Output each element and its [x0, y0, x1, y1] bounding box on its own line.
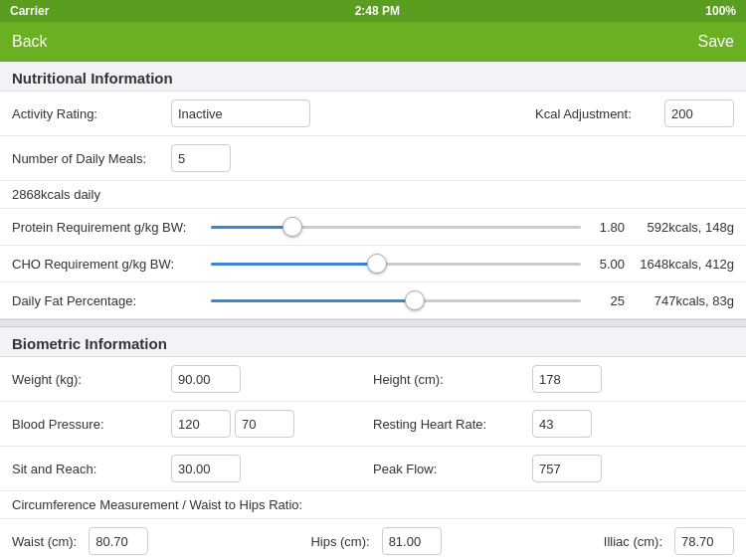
bp-label: Blood Pressure:: [12, 417, 171, 432]
waist-hips-illiac-row: Waist (cm): Hips (cm): Illiac (cm):: [0, 519, 746, 560]
back-button[interactable]: Back: [12, 33, 48, 51]
illiac-label: Illiac (cm):: [604, 534, 662, 549]
activity-label: Activity Rating:: [12, 106, 171, 121]
save-button[interactable]: Save: [698, 33, 734, 51]
protein-kcal: 592kcals, 148g: [625, 220, 734, 235]
sit-label: Sit and Reach:: [12, 462, 171, 476]
activity-rating-row: Activity Rating: Kcal Adjustment:: [0, 92, 746, 136]
cho-kcal: 1648kcals, 412g: [625, 257, 734, 272]
hips-label: Hips (cm):: [310, 534, 369, 549]
peak-input[interactable]: [532, 455, 602, 482]
sit-input[interactable]: [171, 455, 241, 482]
fat-slider-row: Daily Fat Percentage: 25 747kcals, 83g: [0, 282, 746, 319]
hr-label: Resting Heart Rate:: [373, 417, 532, 432]
daily-kcals-text: 2868kcals daily: [0, 181, 746, 209]
bp-input1[interactable]: [171, 410, 231, 438]
sit-peak-row: Sit and Reach: Peak Flow:: [0, 447, 746, 491]
cho-slider-row: CHO Requirement g/kg BW: 5.00 1648kcals,…: [0, 246, 746, 282]
fat-label: Daily Fat Percentage:: [12, 293, 211, 308]
time-text: 2:48 PM: [355, 4, 400, 18]
biometric-section-header: Biometric Information: [0, 327, 746, 357]
height-input[interactable]: [532, 365, 602, 393]
illiac-input[interactable]: [674, 527, 734, 555]
status-bar: Carrier 2:48 PM 100%: [0, 0, 746, 22]
cho-label: CHO Requirement g/kg BW:: [12, 257, 211, 272]
hips-input[interactable]: [382, 527, 442, 555]
waist-input[interactable]: [89, 527, 148, 555]
biometric-divider: [0, 319, 746, 327]
nutritional-section-header: Nutritional Information: [0, 62, 746, 92]
daily-meals-row: Number of Daily Meals:: [0, 136, 746, 181]
fat-kcal: 747kcals, 83g: [625, 293, 734, 308]
weight-height-row: Weight (kg): Height (cm):: [0, 357, 746, 402]
daily-meals-label: Number of Daily Meals:: [12, 151, 171, 166]
battery-text: 100%: [705, 4, 736, 18]
carrier-text: Carrier: [10, 4, 49, 18]
bp-hr-row: Blood Pressure: Resting Heart Rate:: [0, 402, 746, 447]
fat-value: 25: [589, 293, 625, 308]
nav-bar: Back Save: [0, 22, 746, 62]
cho-slider[interactable]: [211, 254, 581, 274]
activity-input[interactable]: [171, 99, 310, 127]
protein-slider-row: Protein Requirement g/kg BW: 1.80 592kca…: [0, 209, 746, 246]
hr-input[interactable]: [532, 410, 592, 438]
bp-input2[interactable]: [235, 410, 294, 438]
kcal-adj-label: Kcal Adjustment:: [535, 106, 664, 121]
waist-label: Waist (cm):: [12, 534, 77, 549]
kcal-adj-input[interactable]: [664, 99, 734, 127]
cho-value: 5.00: [589, 257, 625, 272]
protein-value: 1.80: [589, 220, 625, 235]
protein-slider[interactable]: [211, 217, 581, 237]
protein-label: Protein Requirement g/kg BW:: [12, 220, 211, 235]
daily-meals-input[interactable]: [171, 144, 231, 172]
peak-label: Peak Flow:: [373, 462, 532, 476]
circum-label: Circumference Measurement / Waist to Hip…: [0, 491, 746, 519]
height-label: Height (cm):: [373, 372, 532, 387]
fat-slider[interactable]: [211, 290, 581, 310]
weight-input[interactable]: [171, 365, 241, 393]
weight-label: Weight (kg):: [12, 372, 171, 387]
